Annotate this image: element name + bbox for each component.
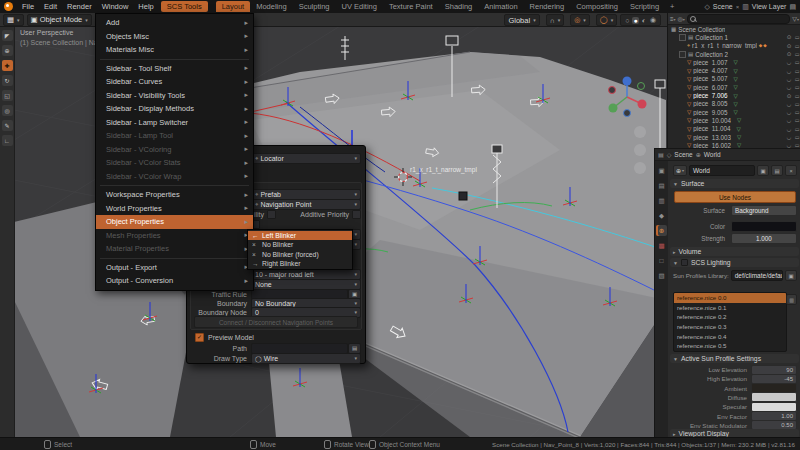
outliner-row[interactable]: ▽ piece_9.005 ▽ ◡ ▭ xyxy=(668,108,800,116)
visibility-eye-icon[interactable]: ◡ xyxy=(785,117,793,123)
blinker-option[interactable]: ← Left Blinker xyxy=(248,231,352,240)
type-dropdown[interactable]: ⌖Prefab xyxy=(251,189,361,200)
visibility-eye-icon[interactable]: ◡ xyxy=(785,101,793,107)
menu-item[interactable]: Workspace Properties xyxy=(96,188,253,202)
sun-profile-item[interactable]: reference.nice 0.0 xyxy=(674,293,786,303)
outliner-row[interactable]: ⌖ r1_x_r1_t_narrow_tmpl ◆◆ ⊙ ▭ xyxy=(668,42,800,50)
menu-item[interactable]: Add xyxy=(96,16,253,30)
use-nodes-button[interactable]: Use Nodes xyxy=(674,191,796,203)
properties-tab[interactable]: ▤ xyxy=(656,180,667,191)
menu-edit[interactable]: Edit xyxy=(39,2,62,11)
outliner-row[interactable]: ▽ piece_5.007 ▽ ◡ ▭ xyxy=(668,75,800,83)
color-swatch[interactable] xyxy=(731,221,797,232)
menu-help[interactable]: Help xyxy=(133,2,158,11)
filter-icon[interactable]: ▽ xyxy=(792,15,799,22)
shading-mode-button[interactable]: ◉ xyxy=(649,16,657,24)
preview-model-checkbox[interactable] xyxy=(195,333,204,342)
world-name-field[interactable]: World xyxy=(689,165,755,176)
outliner-row[interactable]: ▽ piece_7.006 ▽ ⊙ ▭ xyxy=(668,91,800,99)
visibility-eye-icon[interactable]: ⊙ xyxy=(785,43,793,49)
toolbar-tool-button[interactable]: ◤ xyxy=(2,30,13,41)
workspace-tab[interactable]: Sculpting xyxy=(293,1,336,12)
viewport-visibility-icon[interactable]: ▭ xyxy=(793,68,800,74)
outliner-row[interactable]: ▤ Collection 2 ⊙ ▭ xyxy=(668,50,800,58)
workspace-tab[interactable]: Animation xyxy=(478,1,523,12)
menu-item[interactable]: Mesh Properties xyxy=(96,229,253,243)
toolbar-tool-button[interactable]: ✎ xyxy=(2,120,13,131)
new-view-layer-icon[interactable]: ▤ xyxy=(789,3,796,11)
sun-profile-item[interactable]: reference.nice 0.4 xyxy=(674,331,786,341)
unlink-scene-icon[interactable]: × xyxy=(736,4,740,10)
prefab-type-dropdown[interactable]: ⌖Navigation Point xyxy=(251,199,361,210)
outliner-row[interactable]: ▽ piece_11.004 ▽ ◡ ▭ xyxy=(668,125,800,133)
properties-tab[interactable]: ▣ xyxy=(656,165,667,176)
toolbar-tool-button[interactable]: ✚ xyxy=(2,60,13,71)
outliner-row[interactable]: ▽ piece_10.004 ▽ ◡ ▭ xyxy=(668,116,800,124)
shading-mode-button[interactable]: ◐ xyxy=(641,17,647,24)
menu-item[interactable]: World Properties xyxy=(96,202,253,216)
gizmos-toggle[interactable]: ◯ xyxy=(596,14,617,26)
viewport-visibility-icon[interactable]: ▭ xyxy=(793,59,800,65)
properties-tab[interactable]: ▩ xyxy=(656,240,667,251)
sun-profiles-library-path[interactable]: def/climate/default.sii xyxy=(731,270,783,281)
collection-checkbox[interactable] xyxy=(679,51,686,58)
menu-scs-tools[interactable]: SCS Tools xyxy=(161,1,208,12)
properties-editor-icon[interactable]: ▤ xyxy=(658,151,664,158)
transform-orientation-selector[interactable]: Global xyxy=(504,14,539,26)
scene-selector[interactable]: Scene xyxy=(713,3,733,10)
menu-item[interactable]: Output - Export xyxy=(96,261,253,275)
menu-item[interactable]: Sidebar - Tool Shelf xyxy=(96,62,253,76)
view-layer-selector[interactable]: View Layer xyxy=(752,3,787,10)
blender-logo-icon[interactable] xyxy=(4,2,13,11)
refresh-library-button[interactable]: ▣ xyxy=(785,270,797,281)
viewport-visibility-icon[interactable]: ▭ xyxy=(793,43,800,49)
outliner-row[interactable]: ▦ Scene Collection xyxy=(668,25,800,33)
viewport-visibility-icon[interactable]: ▭ xyxy=(793,126,800,132)
workspace-tab[interactable]: Layout xyxy=(216,1,251,12)
mode-selector[interactable]: ▣Object Mode xyxy=(27,14,92,26)
outliner-row[interactable]: ▽ piece_1.007 ▽ ◡ ▭ xyxy=(668,58,800,66)
blinker-option[interactable]: × No Blinker xyxy=(248,240,352,249)
unlink-world-button[interactable]: × xyxy=(785,165,797,176)
visibility-eye-icon[interactable]: ◡ xyxy=(785,109,793,115)
scs-lighting-checkbox[interactable] xyxy=(681,259,688,266)
traffic-semaphore-dropdown[interactable]: None xyxy=(251,279,361,290)
sun-profile-item[interactable]: reference.nice 0.1 xyxy=(674,303,786,313)
outliner-editor-icon[interactable]: ≡ xyxy=(670,16,676,22)
toolbar-tool-button[interactable]: ⊕ xyxy=(2,45,13,56)
menu-window[interactable]: Window xyxy=(97,2,134,11)
toolbar-tool-button[interactable]: ◱ xyxy=(2,90,13,101)
outliner-search-input[interactable] xyxy=(687,14,791,24)
folder-icon[interactable]: ▤ xyxy=(348,343,361,354)
menu-item[interactable]: Sidebar - VColoring xyxy=(96,143,253,157)
properties-tab[interactable]: ▧ xyxy=(656,270,667,281)
scs-lighting-panel-header[interactable]: ▼SCS Lighting xyxy=(670,258,799,267)
blinker-option[interactable]: → Right Blinker xyxy=(248,259,352,268)
outliner-row[interactable]: ▤ Collection 1 ⊙ ▭ xyxy=(668,33,800,41)
menu-item[interactable]: Sidebar - Visibility Tools xyxy=(96,89,253,103)
sun-profile-item[interactable]: reference.nice 0.2 xyxy=(674,312,786,322)
visibility-eye-icon[interactable]: ⊙ xyxy=(785,93,793,99)
visibility-eye-icon[interactable]: ⊙ xyxy=(785,51,793,57)
menu-item[interactable]: Material Properties xyxy=(96,242,253,256)
shading-mode-button[interactable]: ● xyxy=(632,17,638,24)
world-browse-dropdown[interactable]: ⊕ xyxy=(673,165,687,176)
editor-type-selector[interactable]: ▦ xyxy=(3,14,24,26)
viewport-visibility-icon[interactable]: ▭ xyxy=(793,51,800,57)
active-sun-panel-header[interactable]: ▼Active Sun Profile Settings xyxy=(670,354,799,363)
workspace-tab[interactable]: Shading xyxy=(439,1,479,12)
visibility-eye-icon[interactable]: ⊙ xyxy=(785,34,793,40)
viewport-visibility-icon[interactable]: ▭ xyxy=(793,34,800,40)
workspace-tab[interactable]: Texture Paint xyxy=(383,1,439,12)
workspace-tab[interactable]: Compositing xyxy=(570,1,624,12)
additive-priority-checkbox[interactable] xyxy=(352,210,361,219)
viewport-visibility-icon[interactable]: ▭ xyxy=(793,101,800,107)
shading-mode-button[interactable]: ○ xyxy=(624,17,630,24)
viewport-visibility-icon[interactable]: ▭ xyxy=(793,117,800,123)
menu-item[interactable]: Sidebar - Display Methods xyxy=(96,102,253,116)
menu-item[interactable]: Sidebar - VColor Wrap xyxy=(96,170,253,184)
viewport-visibility-icon[interactable]: ▭ xyxy=(793,134,800,140)
viewport-visibility-icon[interactable]: ▭ xyxy=(793,76,800,82)
low-probability-checkbox[interactable] xyxy=(267,210,276,219)
viewport-visibility-icon[interactable]: ▭ xyxy=(793,109,800,115)
